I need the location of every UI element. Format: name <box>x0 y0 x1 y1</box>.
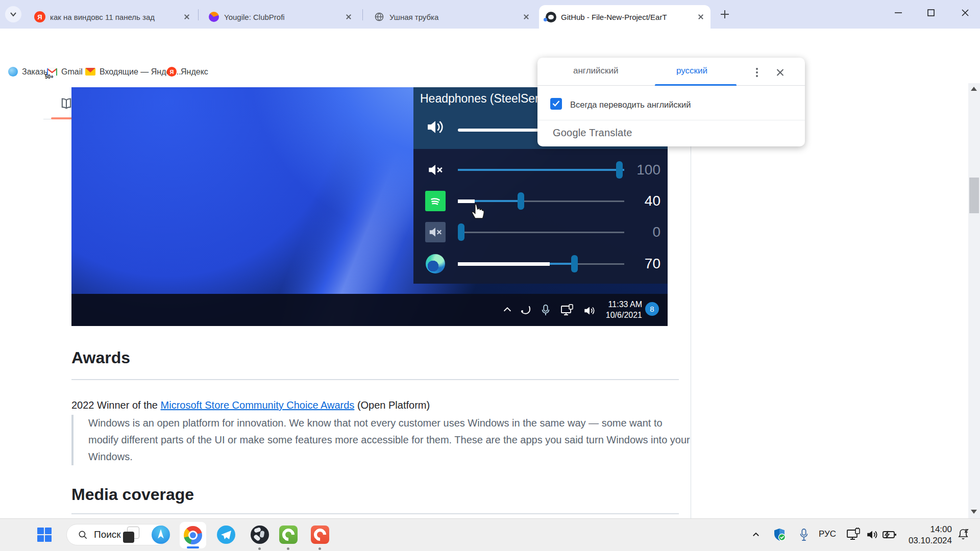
volume-tray-icon[interactable] <box>865 527 880 542</box>
display-usb-tray-icon[interactable] <box>846 527 862 542</box>
translate-tab-english[interactable]: английский <box>573 66 619 76</box>
orders-icon <box>8 67 18 77</box>
bookmark-gmail[interactable]: 50+ Gmail <box>47 60 83 83</box>
tray-chevron-icon <box>502 304 514 316</box>
muted-speaker-icon <box>425 160 446 180</box>
slider-fill <box>458 169 624 171</box>
edge-icon <box>425 254 446 274</box>
section-divider <box>71 513 679 514</box>
tab-close-icon[interactable] <box>344 12 353 21</box>
google-translate-popup: английский русский Всегда переводить анг… <box>537 58 805 146</box>
tab-yougile[interactable]: Yougile: ClubProfi <box>202 5 358 29</box>
awards-heading: Awards <box>71 348 130 367</box>
winner-prefix: 2022 Winner of the <box>71 399 161 411</box>
tab-github-active[interactable]: GitHub - File-New-Project/EarT <box>539 5 710 29</box>
translate-tab-russian[interactable]: русский <box>676 66 707 76</box>
display-usb-tray-icon <box>560 304 573 316</box>
page-scrollbar[interactable] <box>968 83 980 518</box>
yougile-favicon <box>208 11 219 22</box>
volume-value: 100 <box>629 162 660 178</box>
notification-bell-dnd-icon[interactable] <box>955 527 971 542</box>
slider-thumb[interactable] <box>571 255 578 272</box>
bookmark-yandex[interactable]: Я Яндекс <box>167 60 208 83</box>
audio-peak-meter <box>458 262 550 266</box>
embedded-taskbar: 11:33 AM 10/6/2021 8 <box>71 294 668 326</box>
scroll-down-arrow-icon[interactable] <box>971 510 977 514</box>
device-title: Headphones (SteelSeries <box>420 92 543 106</box>
search-icon <box>78 530 88 540</box>
bookmark-zakazy[interactable]: Заказы <box>8 60 49 83</box>
bookmark-label: Gmail <box>61 67 83 77</box>
eartrumpet-tray-icon <box>520 304 532 316</box>
tab-separator <box>198 9 199 20</box>
window-minimize-button[interactable] <box>884 0 913 26</box>
chevron-down-icon <box>10 11 17 18</box>
task-view-button[interactable] <box>121 525 141 544</box>
ms-store-award-link[interactable]: Microsoft Store Community Choice Awards <box>161 399 355 411</box>
camtasia-running-dot <box>287 547 289 550</box>
battery-charging-icon[interactable] <box>882 527 897 542</box>
tab-title: Yougile: ClubProfi <box>224 13 339 21</box>
embedded-time: 11:33 AM <box>597 299 642 310</box>
taskbar-time: 14:00 <box>903 524 952 535</box>
search-label: Поиск <box>94 529 121 540</box>
start-button[interactable] <box>35 525 54 544</box>
scrollbar-thumb[interactable] <box>969 178 979 213</box>
globe-favicon <box>374 11 385 22</box>
recorder-running-dot <box>318 547 321 550</box>
tab-close-icon[interactable] <box>522 12 531 21</box>
bookmarks-bar: Заказы 50+ Gmail Входящие — Яндек... Я Я… <box>0 60 980 84</box>
content-right-border <box>691 83 691 518</box>
windows-taskbar: Поиск <box>0 518 980 551</box>
translate-options-icon[interactable] <box>756 68 758 77</box>
windows-open-platform-quote: Windows is an open platform for innovati… <box>71 415 691 465</box>
chrome-icon <box>184 526 202 544</box>
slider-thumb[interactable] <box>616 161 623 179</box>
popup-divider <box>537 120 805 120</box>
slider-track[interactable] <box>458 232 624 233</box>
tab-close-icon[interactable] <box>696 12 705 21</box>
slider-thumb[interactable] <box>518 192 524 210</box>
microphone-tray-icon <box>540 304 552 316</box>
windows-security-icon[interactable] <box>772 527 787 542</box>
spotify-icon <box>425 191 446 211</box>
camtasia-recorder-app-icon[interactable] <box>310 525 330 544</box>
tab-yandex-windows[interactable]: Я как на виндовс 11 панель зад <box>28 5 197 29</box>
slider-thumb[interactable] <box>458 223 464 241</box>
new-tab-button[interactable] <box>718 7 732 21</box>
volume-value: 70 <box>629 256 660 272</box>
github-favicon <box>545 11 556 22</box>
keyboard-language-indicator[interactable]: РУС <box>819 529 836 539</box>
tab-search-button[interactable] <box>5 6 21 22</box>
embedded-clock: 11:33 AM 10/6/2021 <box>597 299 642 320</box>
telegram-app-icon[interactable] <box>216 525 236 544</box>
always-translate-checkbox[interactable] <box>550 98 562 110</box>
winner-suffix: (Open Platform) <box>354 399 430 411</box>
notification-count-badge: 8 <box>645 302 659 316</box>
chrome-taskbar-button[interactable] <box>180 522 206 548</box>
obs-app-icon[interactable] <box>250 525 270 544</box>
bookmark-label: Яндекс <box>181 67 208 77</box>
taskbar-clock[interactable]: 14:00 03.10.2024 <box>903 524 952 546</box>
microphone-tray-icon[interactable] <box>796 527 812 542</box>
tab-title: Ушная трубка <box>389 13 517 21</box>
scroll-up-arrow-icon[interactable] <box>971 87 977 91</box>
volume-value: 40 <box>629 193 660 209</box>
active-tab-underline <box>655 84 737 86</box>
translate-close-icon[interactable] <box>775 68 785 77</box>
window-close-button[interactable] <box>950 0 980 26</box>
embedded-date: 10/6/2021 <box>597 310 642 320</box>
window-maximize-button[interactable] <box>916 0 946 26</box>
camtasia-app-icon[interactable] <box>279 525 298 544</box>
navigator-app-icon[interactable] <box>151 525 170 544</box>
tab-ushnaya-trubka[interactable]: Ушная трубка <box>368 5 536 29</box>
tray-expand-chevron[interactable] <box>748 527 764 542</box>
tab-close-icon[interactable] <box>182 12 191 21</box>
muted-speaker-icon <box>425 222 446 242</box>
device-volume-slider[interactable] <box>458 129 538 132</box>
camtasia-c-glyph <box>280 526 297 543</box>
section-divider <box>71 379 679 380</box>
camtasia-c-glyph <box>311 526 329 543</box>
eartrumpet-app-list: 100 40 <box>413 149 668 284</box>
yandex-mail-icon <box>85 68 95 76</box>
